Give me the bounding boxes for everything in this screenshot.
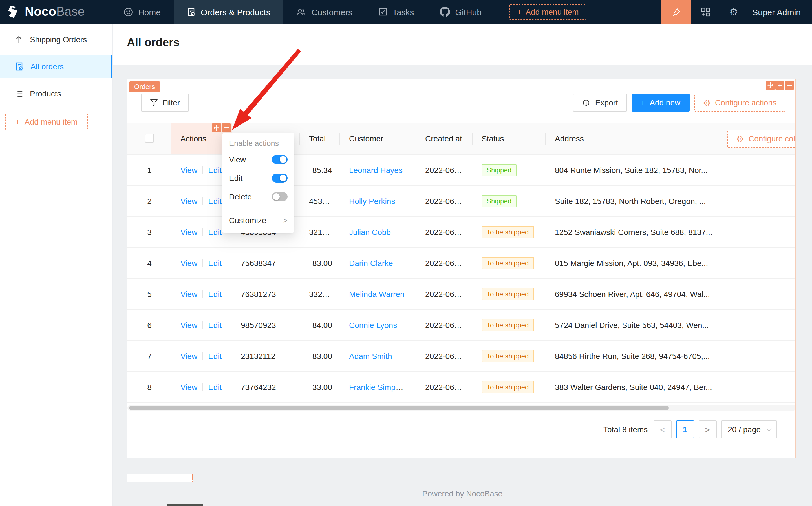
created-at-cell: 2022-06-29 [416, 154, 472, 185]
sidebar-item-all-orders[interactable]: All orders [0, 55, 112, 78]
customer-link[interactable]: Holly Perkins [349, 196, 395, 205]
menu-item-delete[interactable]: Delete [222, 187, 294, 206]
navbar-menu: Home Orders & Products Customers Tasks [110, 0, 587, 24]
page-size-select[interactable]: 20 / page [721, 420, 777, 438]
pagination-next-button[interactable]: > [698, 420, 717, 438]
row-view-link[interactable]: View [180, 320, 197, 329]
menu-item-edit[interactable]: Edit [222, 168, 294, 187]
created-at-cell: 2022-06-29 [416, 217, 472, 247]
row-edit-link[interactable]: Edit [208, 351, 222, 360]
select-all-checkbox[interactable] [145, 134, 154, 143]
configure-actions-button[interactable]: ⚙ Configure actions [694, 94, 786, 111]
status-badge: To be shipped [482, 319, 534, 331]
customer-link[interactable]: Melinda Warren [349, 289, 404, 299]
status-badge: To be shipped [482, 288, 534, 300]
nav-item-tasks[interactable]: Tasks [365, 0, 427, 24]
plus-icon: + [144, 480, 192, 482]
configure-column-cell [725, 154, 796, 185]
github-icon [440, 7, 450, 17]
ui-editor-button[interactable] [661, 0, 691, 24]
configure-columns-button[interactable]: ⚙ Configure columns [727, 130, 796, 148]
row-edit-link[interactable]: Edit [208, 227, 222, 236]
add-block-icon[interactable]: + [776, 81, 784, 90]
block-settings-icon[interactable] [785, 81, 794, 90]
customer-link[interactable]: Frankie Simpson [349, 382, 408, 391]
order-total: 453.00 [309, 196, 333, 205]
created-at-cell: 2022-06-29 [416, 309, 472, 340]
row-view-link[interactable]: View [180, 351, 197, 360]
add-new-button[interactable]: + Add new [632, 94, 689, 111]
pagination-total: Total 8 items [603, 425, 648, 434]
row-edit-link[interactable]: Edit [208, 165, 222, 174]
row-actions-cell: ViewEdit [171, 371, 232, 402]
column-drag-handle-icon[interactable] [212, 123, 221, 133]
filter-button[interactable]: Filter [141, 94, 189, 111]
sidebar-add-menu-item-button[interactable]: + Add menu item [5, 113, 88, 130]
customer-link[interactable]: Connie Lyons [349, 320, 397, 329]
horizontal-scrollbar-thumb[interactable] [129, 406, 669, 410]
export-button[interactable]: Export [573, 94, 627, 111]
check-square-icon [378, 7, 387, 16]
customer-link[interactable]: Darin Clarke [349, 258, 393, 267]
order-total: 332.00 [309, 289, 333, 299]
order-total: 33.00 [312, 382, 332, 391]
row-edit-link[interactable]: Edit [208, 289, 222, 299]
navbar-add-menu-item-button[interactable]: + Add menu item [509, 4, 587, 20]
edit-toggle[interactable] [272, 173, 288, 182]
created-at-cell: 2022-06-29 [416, 371, 472, 402]
bottom-edge-artifact [167, 504, 203, 506]
nav-item-github[interactable]: GitHub [427, 0, 495, 24]
row-view-link[interactable]: View [180, 165, 197, 174]
row-index: 3 [147, 227, 152, 236]
row-index: 6 [147, 320, 152, 329]
customer-link[interactable]: Leonard Hayes [349, 165, 402, 174]
view-toggle[interactable] [272, 155, 288, 164]
order-total: 84.00 [312, 320, 332, 329]
nav-item-home[interactable]: Home [110, 0, 174, 24]
order-number-cell: 73764232 [232, 371, 300, 402]
header-address[interactable]: Address [546, 123, 725, 154]
header-status[interactable]: Status [472, 123, 546, 154]
delete-toggle[interactable] [272, 192, 288, 201]
drag-handle-icon[interactable] [766, 81, 775, 90]
row-view-link[interactable]: View [180, 258, 197, 267]
header-customer[interactable]: Customer [340, 123, 416, 154]
row-edit-link[interactable]: Edit [208, 320, 222, 329]
settings-gear-icon[interactable]: ⚙ [720, 0, 748, 24]
status-badge: Shipped [482, 195, 517, 207]
row-index-cell: 4 [128, 247, 171, 278]
row-view-link[interactable]: View [180, 289, 197, 299]
nav-item-customers[interactable]: Customers [283, 0, 365, 24]
user-menu[interactable]: Super Admin [748, 7, 812, 17]
customer-cell: Melinda Warren [340, 278, 416, 309]
smiley-icon [124, 7, 133, 17]
sidebar-item-products[interactable]: Products [0, 82, 112, 105]
customer-link[interactable]: Julian Cobb [349, 227, 391, 236]
sidebar-item-shipping-orders[interactable]: Shipping Orders [0, 28, 112, 51]
menu-item-customize[interactable]: Customize > [222, 211, 294, 230]
customer-cell: Adam Smith [340, 340, 416, 371]
nav-item-orders-products[interactable]: Orders & Products [174, 0, 283, 24]
filter-icon [150, 99, 158, 106]
nocobase-logo[interactable]: NocoBase [0, 4, 110, 19]
menu-item-view[interactable]: View [222, 150, 294, 168]
row-view-link[interactable]: View [180, 196, 197, 205]
address-cell: 5724 Daniel Drive, Suite 563, 54403, Wen… [546, 309, 725, 340]
pagination-prev-button[interactable]: < [653, 420, 671, 438]
plugin-blocks-icon[interactable] [691, 0, 720, 24]
row-index: 8 [147, 382, 152, 391]
row-edit-link[interactable]: Edit [208, 258, 222, 267]
row-view-link[interactable]: View [180, 227, 197, 236]
pagination-page-1[interactable]: 1 [676, 420, 694, 438]
order-number: 73764232 [241, 382, 276, 391]
column-settings-dropdown: Enable actions View Edit Delete Customiz… [222, 133, 294, 233]
column-settings-icon[interactable] [222, 123, 231, 133]
header-total[interactable]: Total [300, 123, 340, 154]
page-title: All orders [127, 36, 179, 49]
add-block-button[interactable]: + Add block [127, 474, 193, 482]
row-view-link[interactable]: View [180, 382, 197, 391]
customer-link[interactable]: Adam Smith [349, 351, 392, 360]
header-created-at[interactable]: Created at [416, 123, 472, 154]
row-edit-link[interactable]: Edit [208, 196, 222, 205]
row-edit-link[interactable]: Edit [208, 382, 222, 391]
